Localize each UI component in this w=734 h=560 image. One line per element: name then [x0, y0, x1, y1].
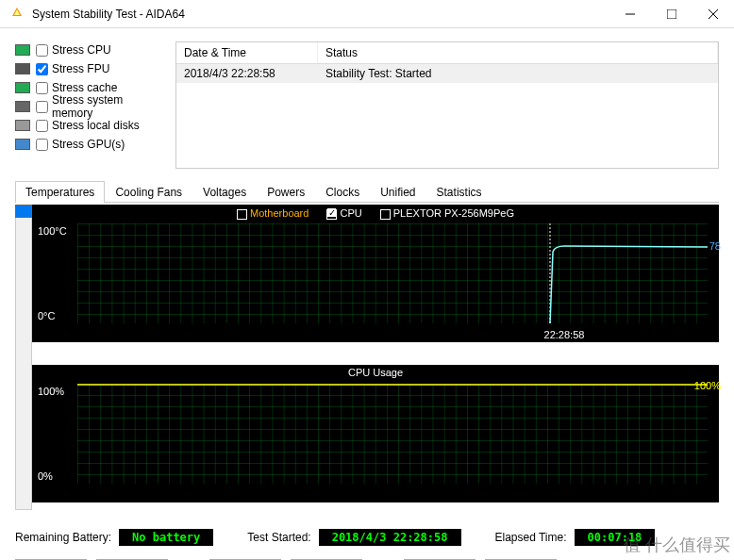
log-row[interactable]: 2018/4/3 22:28:58 Stability Test: Starte…	[176, 64, 718, 83]
tab-temperatures[interactable]: Temperatures	[15, 181, 105, 203]
stress-row: Stress system memory	[15, 98, 166, 115]
window-title: System Stability Test - AIDA64	[32, 8, 609, 21]
tab-powers[interactable]: Powers	[257, 181, 315, 203]
tab-statistics[interactable]: Statistics	[426, 181, 492, 203]
stress-label: Stress FPU	[52, 62, 109, 75]
cache-icon	[15, 82, 30, 93]
y-axis-min: 0%	[38, 470, 53, 482]
stress-row: Stress GPU(s)	[15, 136, 166, 153]
maximize-button[interactable]	[651, 0, 692, 28]
stress-gpu-checkbox[interactable]	[36, 139, 48, 151]
log-header-status[interactable]: Status	[318, 42, 718, 63]
stress-memory-checkbox[interactable]	[36, 101, 48, 113]
svg-rect-4	[77, 223, 708, 323]
log-cell-status: Stability Test: Started	[318, 64, 718, 83]
tab-voltages[interactable]: Voltages	[192, 181, 257, 203]
stress-label: Stress system memory	[52, 93, 166, 120]
battery-value: No battery	[119, 529, 213, 546]
stress-row: Stress CPU	[15, 41, 166, 58]
stress-row: Stress FPU	[15, 60, 166, 77]
fpu-icon	[15, 63, 30, 74]
legend-label: CPU	[340, 207, 361, 219]
log-empty	[176, 83, 718, 168]
disk-icon	[15, 120, 30, 131]
titlebar: System Stability Test - AIDA64	[0, 0, 734, 28]
stress-label: Stress cache	[52, 81, 117, 94]
close-button[interactable]	[692, 0, 734, 28]
log-cell-date: 2018/4/3 22:28:58	[176, 64, 318, 83]
stress-label: Stress local disks	[52, 119, 140, 132]
cpu-current-value: 100%	[694, 380, 721, 391]
tabs: Temperatures Cooling Fans Voltages Power…	[15, 180, 719, 203]
log-header-date[interactable]: Date & Time	[176, 42, 318, 63]
svg-rect-1	[667, 9, 676, 19]
stress-disk-checkbox[interactable]	[36, 120, 48, 132]
legend-label: PLEXTOR PX-256M9PeG	[393, 207, 514, 219]
x-axis-marker: 22:28:58	[221, 329, 734, 340]
tab-unified[interactable]: Unified	[370, 181, 425, 203]
y-axis-max: 100%	[38, 386, 64, 397]
cpu-icon	[15, 44, 30, 56]
watermark: 值 什么值得买	[624, 534, 730, 556]
chart-selector[interactable]	[15, 205, 32, 510]
app-icon	[9, 7, 25, 22]
tab-cooling-fans[interactable]: Cooling Fans	[105, 181, 192, 203]
legend-label: Motherboard	[250, 207, 309, 219]
stress-fpu-checkbox[interactable]	[36, 63, 48, 75]
temperature-chart: Motherboard CPU PLEXTOR PX-256M9PeG 100°…	[32, 205, 719, 342]
stress-label: Stress GPU(s)	[52, 138, 125, 151]
legend-plextor-checkbox[interactable]	[380, 209, 391, 220]
log-table: Date & Time Status 2018/4/3 22:28:58 Sta…	[175, 41, 719, 169]
gpu-icon	[15, 139, 30, 150]
battery-label: Remaining Battery:	[15, 531, 111, 544]
temp-legend: Motherboard CPU PLEXTOR PX-256M9PeG	[32, 207, 719, 220]
elapsed-label: Elapsed Time:	[495, 531, 567, 544]
svg-rect-6	[77, 384, 708, 484]
cpu-chart-title: CPU Usage	[32, 367, 719, 378]
stress-cpu-checkbox[interactable]	[36, 44, 48, 57]
stress-cache-checkbox[interactable]	[36, 82, 48, 94]
memory-icon	[15, 101, 30, 112]
minimize-button[interactable]	[609, 0, 651, 28]
legend-motherboard-checkbox[interactable]	[237, 209, 247, 220]
tab-clocks[interactable]: Clocks	[315, 181, 370, 203]
temp-current-value: 78	[709, 240, 721, 252]
legend-cpu-checkbox[interactable]	[326, 209, 337, 220]
y-axis-min: 0°C	[38, 310, 55, 321]
started-value: 2018/4/3 22:28:58	[319, 529, 461, 546]
cpu-usage-chart: CPU Usage 100% 0% 100%	[32, 365, 719, 502]
stress-options: Stress CPU Stress FPU Stress cache Stres…	[15, 41, 166, 169]
stress-label: Stress CPU	[52, 43, 111, 57]
y-axis-max: 100°C	[38, 225, 67, 237]
status-row: Remaining Battery: No battery Test Start…	[15, 529, 719, 546]
started-label: Test Started:	[247, 531, 310, 544]
